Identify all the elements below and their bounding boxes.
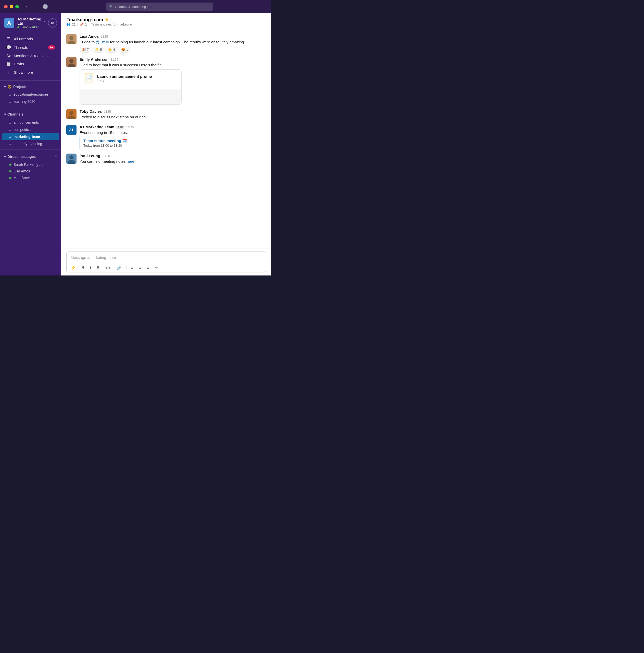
bold-button[interactable]: B [80,265,85,271]
message-time: 11:56 [111,58,118,62]
workspace-name[interactable]: A1 Marketing Ltd ▾ [17,17,45,25]
message-time: 11:55 [101,35,108,39]
sidebar-item-drafts[interactable]: 📋 Drafts [2,60,59,68]
add-dm-button[interactable]: + [54,154,57,159]
chevron-down-icon: ▾ [4,85,6,89]
history-button[interactable]: 🕐 [41,3,49,10]
calendar-event[interactable]: Team status meeting 🗓️ Today from 13:00 … [80,137,266,149]
italic-button[interactable]: I [89,265,92,271]
search-icon: 🔍 [109,5,113,9]
message-text-app: Event starting in 15 minutes: [80,130,266,136]
reaction-2[interactable]: ✨ 5 [93,47,104,52]
add-channel-button[interactable]: + [54,112,57,117]
chevron-down-icon: ▾ [4,154,6,159]
hash-icon: # [9,92,11,97]
hash-icon: # [9,135,11,139]
sidebar-divider-2 [0,107,61,107]
reaction-count-4: 1 [126,48,128,51]
channel-item-marketing-team[interactable]: # marketing-team [2,133,59,140]
undo-button[interactable]: ↩ [154,265,159,271]
show-more-icon: ↓ [6,70,11,74]
dm-item-matt-brewer[interactable]: Matt Brewer [2,174,59,181]
search-placeholder: Search A1 Marketing Ltd [115,5,151,9]
file-preview [80,89,181,104]
compose-button[interactable]: ✏ [48,18,57,28]
sidebar-item-all-unreads[interactable]: ☰ All unreads [2,35,59,43]
messages-area: Lisa Amos 11:55 Kudos to @Emily for help… [61,30,271,248]
lightning-button[interactable]: ⚡ [70,265,77,271]
forward-button[interactable]: → [33,3,39,10]
indent-button[interactable]: ≡ [146,265,150,271]
message-body-app: A1 Marketing Team APP 12:45 Event starti… [80,125,266,149]
strikethrough-button[interactable]: S [96,265,100,271]
file-attachment[interactable]: 📄 Launch announcement promo 7 KB [80,69,181,104]
app-badge: APP [116,126,124,129]
message-body-paul: Paul Leung 13:36 You can find meeting no… [80,153,266,165]
threads-badge: 9+ [48,45,55,49]
nav-buttons: ← → 🕐 [24,3,49,10]
online-dot-matt [9,177,11,179]
maximize-button[interactable] [15,5,19,8]
ordered-list-button[interactable]: ≡ [130,265,134,271]
titlebar: ← → 🕐 🔍 Search A1 Marketing Ltd [0,0,271,13]
message-time: 13:36 [102,154,110,158]
unordered-list-button[interactable]: ≡ [138,265,143,271]
projects-section-header[interactable]: ▾ 😎 Projects [0,83,61,91]
reaction-count-2: 5 [100,48,102,51]
star-icon[interactable]: ★ [104,17,109,22]
workspace-icon: A [4,18,14,28]
online-status-dot [17,26,19,28]
minimize-button[interactable] [10,5,13,8]
channel-item-learning-2020[interactable]: # learning-2020 [2,98,59,105]
reaction-emoji-3: 👏 [108,48,112,51]
sidebar-item-mentions[interactable]: @ Mentions & reactions [2,51,59,60]
message-paul: Paul Leung 13:36 You can find meeting no… [66,153,266,165]
avatar-emily [66,57,76,67]
back-button[interactable]: ← [24,3,31,10]
reaction-count-1: 7 [87,48,89,51]
meeting-notes-link[interactable]: here [127,159,134,164]
channel-item-educational-resources[interactable]: # educational-resources [2,91,59,98]
close-button[interactable] [4,5,8,8]
message-header-paul: Paul Leung 13:36 [80,153,266,158]
members-icon: 👥 [66,22,70,26]
dm-item-lisa-amos[interactable]: Lisa Amos [2,168,59,174]
link-button[interactable]: 🔗 [116,265,123,271]
dm-section-header[interactable]: ▾ Direct messages + [0,152,61,161]
message-text-lisa: Kudos to @Emily for helping us launch ou… [80,39,266,45]
message-toby: Toby Davies 11:58 Excited to discuss nex… [66,109,266,120]
code-button[interactable]: </> [104,265,112,270]
mention-emily: @Emily [96,40,109,44]
sidebar-item-show-more[interactable]: ↓ Show more [2,68,59,76]
svg-point-4 [69,59,73,63]
sidebar-divider-3 [0,149,61,150]
reaction-1[interactable]: 🎉 7 [80,47,91,52]
threads-icon: 💬 [6,45,11,50]
avatar-paul [66,153,76,164]
reaction-3[interactable]: 👏 4 [106,47,117,52]
svg-point-1 [69,36,73,40]
message-header-emily: Emily Anderson 11:56 [80,57,266,62]
message-body-lisa: Lisa Amos 11:55 Kudos to @Emily for help… [80,34,266,52]
hash-icon: # [9,142,11,146]
projects-emoji: 😎 [7,85,12,89]
reaction-emoji-1: 🎉 [82,48,86,51]
file-card-body: 📄 Launch announcement promo 7 KB [80,70,181,87]
channel-item-quarterly-planning[interactable]: # quarterly-planning [2,140,59,147]
channels-section-header[interactable]: ▾ Channels + [0,110,61,119]
traffic-lights [4,5,19,8]
message-input-placeholder[interactable]: Message #marketing-team [67,252,266,263]
chevron-down-icon: ▾ [43,20,45,23]
message-text-emily: Glad to hear that it was a success! Here… [80,62,266,68]
svg-point-10 [69,155,73,160]
channel-item-announcements[interactable]: # announcements [2,119,59,126]
online-dot-sarah [9,164,11,166]
message-author: Lisa Amos [80,34,99,39]
sidebar-item-threads[interactable]: 💬 Threads 9+ [2,43,59,51]
reaction-4[interactable]: 😍 1 [119,47,130,52]
chevron-down-icon: ▾ [4,112,6,116]
dm-item-sarah-parker[interactable]: Sarah Parker (you) [2,161,59,168]
message-app: 31 A1 Marketing Team APP 12:45 Event sta… [66,125,266,149]
channel-item-competitive[interactable]: # competitive [2,126,59,133]
search-bar[interactable]: 🔍 Search A1 Marketing Ltd [106,3,213,11]
